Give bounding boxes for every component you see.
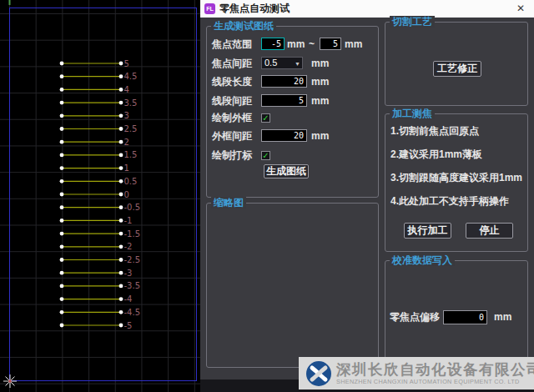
process-correct-button[interactable]: 工艺修正 xyxy=(433,61,481,77)
note-3: 3.切割跟随高度建议采用1mm xyxy=(390,171,522,185)
line-endpoint xyxy=(60,232,64,236)
group-title: 加工测焦 xyxy=(390,108,435,119)
focus-value-label: -3.5 xyxy=(124,281,141,290)
line-endpoint xyxy=(119,74,123,78)
unit-mm: mm xyxy=(311,130,329,143)
line-endpoint xyxy=(60,244,64,249)
line-endpoint xyxy=(119,244,123,249)
line-endpoint xyxy=(119,310,123,314)
ruler-tick xyxy=(9,0,11,5)
draw-mark-label: 绘制打标 xyxy=(212,149,252,162)
focus-range-min-input[interactable] xyxy=(261,38,285,50)
group-calibration-write: 校准数据写入 零焦点偏移 mm xyxy=(385,260,528,361)
focus-value-label: 0.5 xyxy=(124,177,138,186)
focus-value-label: 2.5 xyxy=(124,124,138,133)
focus-value-label: 4 xyxy=(124,85,129,94)
focus-value-label: -4 xyxy=(124,294,133,304)
run-machining-button[interactable]: 执行加工 xyxy=(404,223,451,239)
line-endpoint xyxy=(119,153,123,158)
company-name-block: 深圳长欣自动化设备有限公司 SHENZHEN CHANGXIN AUTOMATI… xyxy=(336,362,534,385)
draw-mark-checkbox[interactable] xyxy=(261,151,270,160)
close-icon[interactable]: ✕ xyxy=(514,2,527,15)
line-endpoint xyxy=(60,193,64,197)
line-endpoint xyxy=(60,140,64,144)
dialog-body: 生成测试图纸 焦点范围 mm ~ mm 焦点间距 0.5 ▼ mm 线段长度 m… xyxy=(200,18,534,379)
company-name-cn: 深圳长欣自动化设备有限公司 xyxy=(336,362,534,378)
group-title: 生成测试图纸 xyxy=(211,20,276,32)
generate-drawing-button[interactable]: 生成图纸 xyxy=(264,164,309,178)
line-endpoint xyxy=(60,101,64,105)
group-title: 切割工艺 xyxy=(390,16,435,28)
focus-range-max-input[interactable] xyxy=(320,38,341,50)
line-endpoint xyxy=(60,205,64,209)
line-endpoint xyxy=(119,205,123,209)
line-endpoint xyxy=(60,153,64,158)
focus-value-label: 0 xyxy=(124,190,129,199)
note-4: 4.此处加工不支持手柄操作 xyxy=(390,194,509,209)
focus-value-label: -3 xyxy=(124,269,133,278)
line-endpoint xyxy=(119,284,123,289)
line-gap-input[interactable] xyxy=(261,94,307,107)
line-endpoint xyxy=(60,127,64,131)
line-endpoint xyxy=(119,113,123,118)
focus-value-label: 2 xyxy=(124,138,129,147)
draw-frame-label: 绘制外框 xyxy=(212,112,252,124)
chevron-down-icon: ▼ xyxy=(295,58,300,69)
unit-mm: mm xyxy=(311,58,329,70)
focus-range-label: 焦点范围 xyxy=(212,38,252,51)
focus-step-select[interactable]: 0.5 ▼ xyxy=(261,57,303,69)
frame-gap-input[interactable] xyxy=(261,129,307,142)
line-endpoint xyxy=(60,284,64,289)
dialog-title: 零焦点自动测试 xyxy=(219,2,290,16)
stop-button[interactable]: 停止 xyxy=(466,223,513,239)
line-endpoint xyxy=(119,219,123,223)
focus-step-value: 0.5 xyxy=(264,58,277,68)
focus-value-label: 1 xyxy=(124,163,129,173)
line-endpoint xyxy=(119,258,123,262)
company-banner: 深圳长欣自动化设备有限公司 SHENZHEN CHANGXIN AUTOMATI… xyxy=(299,357,534,389)
focus-step-label: 焦点间距 xyxy=(212,58,252,70)
draw-frame-checkbox[interactable] xyxy=(261,113,270,123)
focus-value-label: 3.5 xyxy=(124,98,138,108)
line-endpoint xyxy=(119,297,123,301)
zero-focus-dialog: FL 零焦点自动测试 ✕ 生成测试图纸 焦点范围 mm ~ mm 焦点间距 0.… xyxy=(200,0,534,379)
focus-value-label: -2 xyxy=(124,242,133,251)
frame-gap-label: 外框间距 xyxy=(212,130,252,143)
unit-mm: mm xyxy=(311,76,329,88)
line-endpoint xyxy=(119,101,123,105)
focus-value-label: 1.5 xyxy=(124,150,138,159)
tilde-separator: ~ xyxy=(309,38,315,51)
line-endpoint xyxy=(60,179,64,183)
unit-mm: mm xyxy=(494,311,511,324)
focus-value-label: 5 xyxy=(124,59,129,68)
cad-canvas[interactable]: 54.543.532.521.510.50-0.5-1-1.5-2-2.5-3-… xyxy=(0,0,200,392)
line-length-label: 线段长度 xyxy=(212,76,252,88)
line-endpoint xyxy=(119,140,123,144)
line-endpoint xyxy=(60,88,64,92)
zero-focus-offset-label: 零焦点偏移 xyxy=(390,311,440,324)
line-endpoint xyxy=(60,297,64,301)
origin-marker-icon xyxy=(3,374,17,388)
line-endpoint xyxy=(119,232,123,236)
note-1: 1.切割前焦点回原点 xyxy=(390,124,479,138)
zero-focus-offset-input[interactable] xyxy=(443,310,487,324)
line-endpoint xyxy=(60,271,64,275)
line-endpoint xyxy=(119,62,123,66)
dialog-titlebar[interactable]: FL 零焦点自动测试 ✕ xyxy=(200,0,534,18)
app-icon: FL xyxy=(204,3,215,14)
focus-value-label: -5 xyxy=(124,321,133,330)
line-endpoint xyxy=(60,310,64,314)
note-2: 2.建议采用1mm薄板 xyxy=(390,148,482,162)
line-endpoint xyxy=(119,127,123,131)
group-focus-test: 加工测焦 1.切割前焦点回原点 2.建议采用1mm薄板 3.切割跟随高度建议采用… xyxy=(385,113,528,252)
focus-value-label: 3 xyxy=(124,111,129,120)
group-generate-drawing: 生成测试图纸 焦点范围 mm ~ mm 焦点间距 0.5 ▼ mm 线段长度 m… xyxy=(206,26,379,198)
unit-mm: mm xyxy=(287,38,305,51)
line-endpoint xyxy=(60,113,64,118)
line-endpoint xyxy=(119,166,123,170)
line-endpoint xyxy=(119,88,123,92)
line-length-input[interactable] xyxy=(261,75,307,88)
focus-value-label: -1.5 xyxy=(124,229,141,239)
line-endpoint xyxy=(119,324,123,328)
line-gap-label: 线段间距 xyxy=(212,95,252,108)
